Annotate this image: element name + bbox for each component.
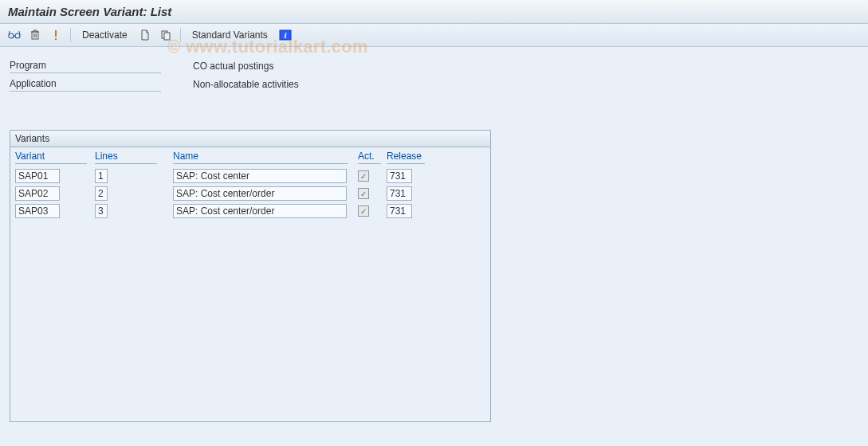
title-text: Maintain Screen Variant: List: [8, 5, 171, 18]
separator: [180, 28, 181, 42]
content-area: Program CO actual postings Application N…: [0, 47, 868, 433]
svg-point-0: [9, 33, 14, 38]
active-checkbox[interactable]: ✓: [358, 170, 369, 182]
active-checkbox[interactable]: ✓: [358, 188, 369, 199]
variants-panel: Variants Variant Lines Name Act. Release…: [10, 130, 491, 422]
lines-field[interactable]: [95, 186, 108, 201]
program-label: Program: [10, 58, 161, 73]
new-doc-icon[interactable]: [137, 27, 153, 43]
deactivate-button[interactable]: Deactivate: [77, 28, 132, 42]
name-field[interactable]: [173, 169, 347, 183]
toolbar: Deactivate Standard Variants i: [0, 24, 868, 47]
lines-field[interactable]: [95, 204, 108, 218]
variants-column-headers: Variant Lines Name Act. Release: [10, 147, 490, 167]
variants-panel-title: Variants: [10, 131, 490, 147]
window-title: Maintain Screen Variant: List: [0, 0, 868, 24]
active-checkbox[interactable]: ✓: [358, 205, 369, 217]
table-row: ✓: [10, 202, 490, 220]
col-variant[interactable]: Variant: [15, 151, 87, 164]
warning-icon[interactable]: [48, 27, 64, 43]
release-field[interactable]: [387, 169, 412, 183]
svg-rect-6: [164, 33, 170, 40]
variants-rows-container: ✓✓✓: [10, 167, 490, 220]
program-value: CO actual postings: [193, 61, 273, 72]
svg-point-1: [15, 33, 20, 38]
info-icon[interactable]: i: [277, 27, 293, 43]
trash-icon[interactable]: [27, 27, 43, 43]
svg-rect-4: [55, 38, 57, 40]
name-field[interactable]: [173, 204, 347, 218]
application-value: Non-allocatable activities: [193, 79, 299, 90]
program-row: Program CO actual postings: [10, 58, 858, 73]
copy-doc-icon[interactable]: [158, 27, 174, 43]
variant-field[interactable]: [15, 186, 60, 201]
lines-field[interactable]: [95, 169, 108, 183]
col-lines[interactable]: Lines: [95, 151, 157, 164]
application-row: Application Non-allocatable activities: [10, 76, 858, 92]
col-release[interactable]: Release: [387, 151, 425, 164]
glasses-icon[interactable]: [6, 27, 22, 43]
col-act[interactable]: Act.: [358, 151, 381, 164]
name-field[interactable]: [173, 186, 347, 201]
svg-rect-3: [55, 30, 57, 37]
release-field[interactable]: [387, 186, 412, 201]
variant-field[interactable]: [15, 204, 60, 218]
table-row: ✓: [10, 167, 490, 185]
standard-variants-button[interactable]: Standard Variants: [187, 28, 273, 42]
separator: [70, 28, 71, 42]
col-name[interactable]: Name: [173, 151, 348, 164]
release-field[interactable]: [387, 204, 412, 218]
table-row: ✓: [10, 185, 490, 202]
variant-field[interactable]: [15, 169, 60, 183]
application-label: Application: [10, 76, 161, 92]
